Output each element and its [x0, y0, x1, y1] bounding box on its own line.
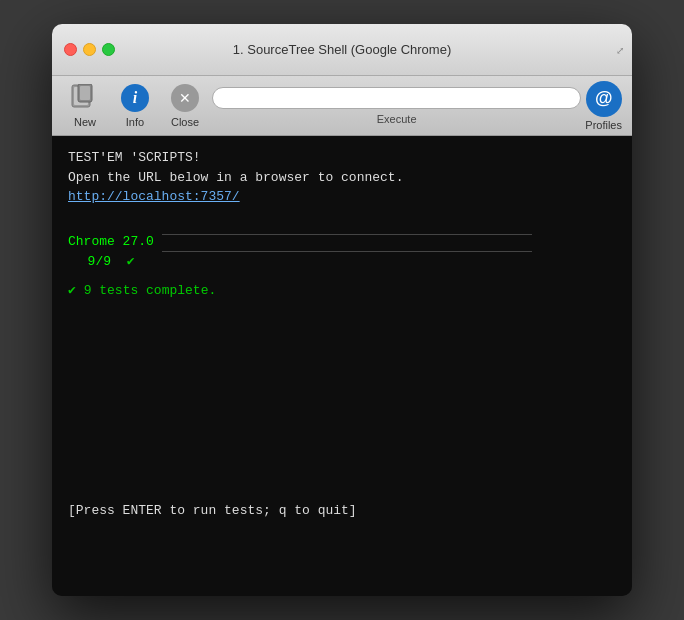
new-icon — [70, 83, 100, 113]
titlebar: 1. SourceTree Shell (Google Chrome) ⤢ — [52, 24, 632, 76]
chrome-score: 9/9 ✔ — [68, 252, 134, 272]
window: 1. SourceTree Shell (Google Chrome) ⤢ Ne… — [52, 24, 632, 596]
close-tab-button-label: Close — [171, 116, 199, 128]
window-title: 1. SourceTree Shell (Google Chrome) — [233, 42, 451, 57]
info-icon-char: i — [121, 84, 149, 112]
info-button[interactable]: i Info — [112, 79, 158, 132]
close-tab-icon: ✕ — [170, 83, 200, 113]
resize-icon: ⤢ — [616, 44, 624, 55]
terminal-line-3: http://localhost:7357/ — [68, 187, 616, 207]
toolbar: New i Info ✕ Close Execute @ Profiles — [52, 76, 632, 136]
new-button-label: New — [74, 116, 96, 128]
traffic-lights — [64, 43, 115, 56]
profiles-button-label: Profiles — [585, 119, 622, 131]
progress-bar — [162, 234, 532, 252]
press-enter-line: [Press ENTER to run tests; q to quit] — [68, 501, 616, 521]
svg-rect-3 — [80, 86, 90, 100]
chrome-progress-box: Chrome 27.0 9/9 ✔ — [68, 232, 532, 271]
new-button[interactable]: New — [62, 79, 108, 132]
terminal-line-1: TEST'EM 'SCRIPTS! — [68, 148, 616, 168]
profiles-button[interactable]: @ Profiles — [585, 81, 622, 131]
minimize-window-button[interactable] — [83, 43, 96, 56]
progress-bar-container — [162, 234, 532, 252]
score-checkmark: ✔ — [127, 254, 135, 269]
localhost-link[interactable]: http://localhost:7357/ — [68, 189, 240, 204]
terminal-output: TEST'EM 'SCRIPTS! Open the URL below in … — [52, 136, 632, 596]
close-window-button[interactable] — [64, 43, 77, 56]
execute-label: Execute — [377, 113, 417, 125]
close-tab-icon-char: ✕ — [171, 84, 199, 112]
chrome-name: Chrome 27.0 — [68, 232, 154, 252]
address-bar[interactable] — [212, 87, 581, 109]
tests-complete-line: ✔ 9 tests complete. — [68, 281, 616, 301]
info-button-label: Info — [126, 116, 144, 128]
close-tab-button[interactable]: ✕ Close — [162, 79, 208, 132]
profiles-icon: @ — [586, 81, 622, 117]
chrome-label-col: Chrome 27.0 9/9 ✔ — [68, 232, 154, 271]
address-execute-area: Execute — [212, 87, 581, 125]
info-icon: i — [120, 83, 150, 113]
maximize-window-button[interactable] — [102, 43, 115, 56]
terminal-line-2: Open the URL below in a browser to conne… — [68, 168, 616, 188]
